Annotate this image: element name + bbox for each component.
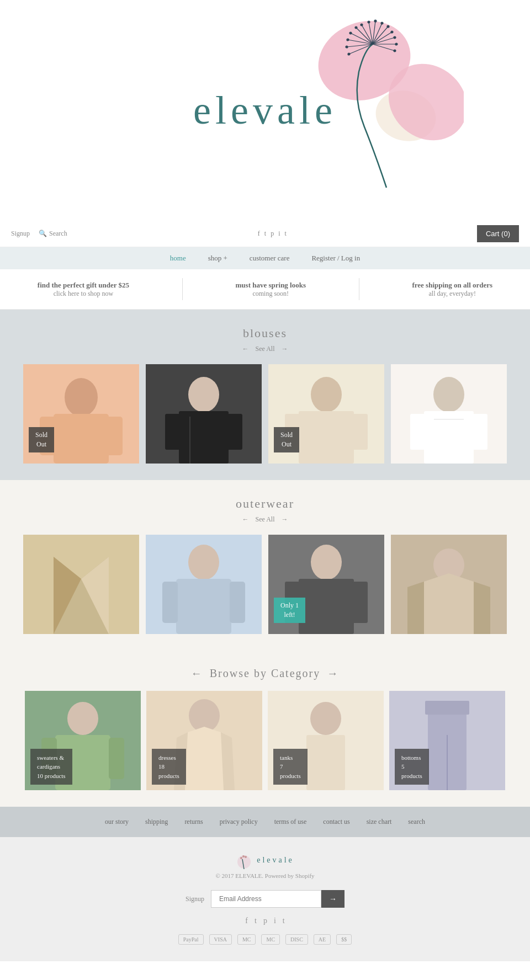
outer-3-only-left-badge: Only 1left!: [274, 598, 305, 623]
footer-terms-of-use[interactable]: terms of use: [274, 818, 307, 826]
footer-logo-icon: [236, 854, 252, 870]
outerwear-see-all[interactable]: See All: [256, 515, 275, 524]
nav-shop[interactable]: shop +: [208, 254, 227, 263]
payment-other: $$: [336, 934, 352, 945]
svg-rect-84: [306, 735, 345, 790]
promo-subtitle-2: coming soon!: [236, 290, 306, 298]
blouse-img-2: [146, 364, 262, 464]
facebook-icon[interactable]: f: [258, 230, 260, 238]
outer-product-1[interactable]: [23, 535, 139, 634]
svg-point-24: [349, 32, 352, 34]
footer-search[interactable]: search: [408, 818, 425, 826]
category-grid: sweaters &cardigans10 products dresses18…: [11, 691, 519, 790]
copyright-text: © 2017 ELEVALE. Powered by Shopify: [11, 872, 519, 879]
svg-point-91: [240, 857, 242, 859]
instagram-icon[interactable]: i: [278, 230, 280, 238]
nav-home[interactable]: home: [170, 254, 186, 263]
footer-facebook-icon[interactable]: f: [245, 917, 248, 925]
svg-marker-70: [407, 582, 424, 634]
svg-point-28: [394, 36, 396, 39]
footer-size-chart[interactable]: size chart: [367, 818, 392, 826]
category-tanks-label: tanks7products: [273, 749, 308, 785]
blouses-next-arrow[interactable]: →: [282, 345, 288, 353]
footer-returns[interactable]: returns: [184, 818, 203, 826]
blouses-prev-arrow[interactable]: ←: [242, 345, 249, 353]
pinterest-icon[interactable]: p: [271, 230, 274, 238]
signup-link[interactable]: Signup: [11, 230, 30, 238]
svg-point-23: [391, 31, 393, 33]
svg-point-19: [368, 21, 370, 23]
promo-item-3[interactable]: free shipping on all orders all day, eve…: [412, 281, 492, 298]
cart-button[interactable]: Cart (0): [477, 225, 519, 242]
svg-point-17: [355, 26, 357, 29]
svg-point-63: [311, 545, 342, 580]
outerwear-section: outerwear ← See All →: [0, 480, 530, 651]
footer-tumblr-icon[interactable]: t: [283, 917, 285, 925]
footer-instagram-icon[interactable]: i: [274, 917, 276, 925]
blouses-section: blouses ← See All → SoldOut: [0, 310, 530, 480]
browse-title-text: Browse by Category: [210, 667, 320, 680]
svg-rect-39: [165, 414, 181, 450]
svg-rect-40: [227, 414, 242, 450]
promo-divider-1: [182, 278, 183, 300]
footer-email-input[interactable]: [211, 890, 321, 908]
blouse-img-4: [391, 364, 507, 464]
outer-product-2[interactable]: [146, 535, 262, 634]
footer-twitter-icon[interactable]: t: [255, 917, 257, 925]
top-bar-left: Signup 🔍 Search: [11, 230, 67, 238]
blouse-product-2[interactable]: [146, 364, 262, 464]
category-dresses[interactable]: dresses18products: [146, 691, 262, 790]
footer-brand-name: elevale: [257, 856, 294, 865]
browse-next-arrow[interactable]: →: [327, 667, 339, 680]
promo-item-1[interactable]: find the perfect gift under $25 click he…: [38, 281, 129, 298]
nav-customer-care[interactable]: customer care: [250, 254, 290, 263]
twitter-icon[interactable]: t: [264, 230, 266, 238]
outerwear-prev-arrow[interactable]: ←: [242, 515, 249, 524]
nav-register-login[interactable]: Register / Log in: [311, 254, 360, 263]
footer-signup-row: Signup →: [11, 890, 519, 908]
browse-title: ← Browse by Category →: [11, 667, 519, 680]
promo-item-2[interactable]: must have spring looks coming soon!: [236, 281, 306, 298]
footer-nav: our story shipping returns privacy polic…: [0, 807, 530, 837]
svg-rect-61: [230, 582, 245, 623]
footer-contact-us[interactable]: contact us: [323, 818, 349, 826]
promo-divider-2: [359, 278, 359, 300]
footer-pinterest-icon[interactable]: p: [263, 917, 267, 925]
tumblr-icon[interactable]: t: [284, 230, 286, 238]
svg-rect-88: [425, 701, 469, 715]
outerwear-next-arrow[interactable]: →: [282, 515, 288, 524]
category-dresses-label: dresses18products: [152, 749, 186, 785]
footer-shipping[interactable]: shipping: [145, 818, 168, 826]
category-bottoms-label: bottoms5products: [395, 749, 429, 785]
payment-disc: DISC: [285, 934, 308, 945]
blouse-product-3[interactable]: SoldOut: [268, 364, 384, 464]
category-sweaters[interactable]: sweaters &cardigans10 products: [25, 691, 141, 790]
svg-point-25: [347, 39, 349, 41]
blouse-product-4[interactable]: [391, 364, 507, 464]
browse-section: ← Browse by Category → sweaters &cardiga…: [0, 651, 530, 807]
svg-point-22: [387, 25, 389, 28]
svg-point-32: [65, 378, 98, 417]
promo-title-2: must have spring looks: [236, 281, 306, 290]
footer-signup-button[interactable]: →: [321, 890, 344, 908]
outer-img-2: [146, 535, 262, 634]
promo-bar: find the perfect gift under $25 click he…: [0, 269, 530, 310]
browse-prev-arrow[interactable]: ←: [191, 667, 203, 680]
svg-point-92: [242, 855, 245, 858]
top-bar: Signup 🔍 Search f t p i t Cart (0): [0, 221, 530, 247]
footer-privacy-policy[interactable]: privacy policy: [220, 818, 258, 826]
outer-product-3[interactable]: Only 1left!: [268, 535, 384, 634]
svg-point-58: [188, 545, 219, 580]
footer-our-story[interactable]: our story: [105, 818, 129, 826]
outer-product-4[interactable]: [391, 535, 507, 634]
footer-bottom: elevale © 2017 ELEVALE. Powered by Shopi…: [0, 837, 530, 961]
blouse-product-1[interactable]: SoldOut: [23, 364, 139, 464]
category-bottoms[interactable]: bottoms5products: [389, 691, 505, 790]
category-tanks[interactable]: tanks7products: [268, 691, 384, 790]
svg-point-83: [310, 702, 341, 735]
svg-point-18: [361, 24, 363, 26]
blouses-title: blouses: [11, 326, 519, 340]
svg-point-73: [67, 702, 98, 735]
search-area[interactable]: 🔍 Search: [39, 230, 67, 238]
blouses-see-all[interactable]: See All: [256, 345, 275, 353]
